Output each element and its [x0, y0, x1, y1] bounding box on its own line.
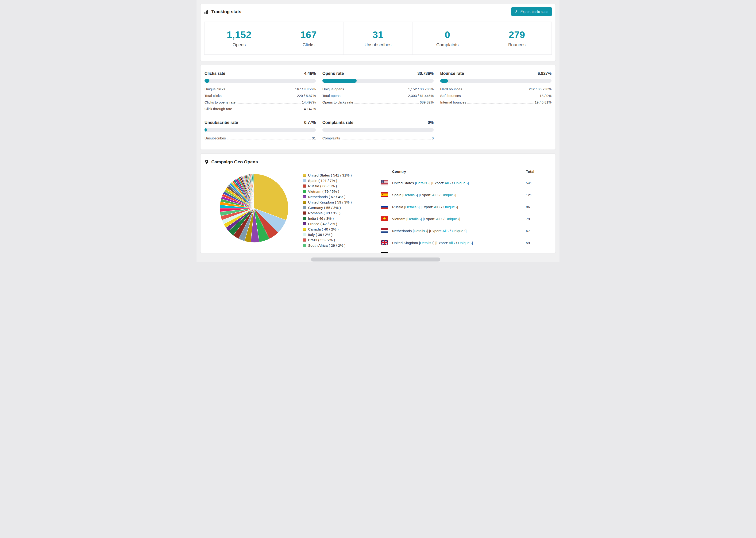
geo-table-row: United Kingdom [Details ›] [Export: All …: [379, 237, 552, 249]
stat-cell: 31Unsubscribes: [344, 22, 413, 54]
flag-cell: [379, 201, 390, 213]
export-all-link[interactable]: All ›: [436, 217, 443, 221]
country-cell: Russia [Details ›] [Export: All › / Uniq…: [390, 201, 524, 213]
rate-value: 0%: [428, 120, 434, 125]
export-unique-link[interactable]: Unique ›: [443, 205, 457, 209]
geo-opens-card: Campaign Geo Opens United States ( 541 /…: [200, 153, 556, 253]
details-link[interactable]: Details ›: [404, 193, 417, 197]
bar-chart-icon: [204, 9, 209, 14]
static-text: /: [451, 181, 454, 185]
country-cell: Spain [Details ›] [Export: All › / Uniqu…: [390, 189, 524, 201]
details-link[interactable]: Details ›: [414, 229, 427, 233]
stat-line: Unique opens1,152 / 30.736%: [322, 86, 434, 92]
stat-value: 1,152: [204, 29, 274, 40]
export-all-link[interactable]: All ›: [445, 181, 451, 185]
location-pin-icon: [205, 159, 209, 165]
export-unique-link[interactable]: Unique ›: [447, 253, 461, 253]
details-link[interactable]: Details ›: [420, 241, 433, 245]
static-text: ]: [461, 253, 462, 253]
rate-title: Unsubscribe rate: [204, 120, 238, 125]
static-text: /: [455, 241, 458, 245]
geo-table-row: United States [Details ›] [Export: All ›…: [379, 177, 552, 189]
static-text: ] [: [417, 193, 420, 197]
stat-line-label: Internal bounces: [440, 100, 466, 104]
stat-line-label: Click through rate: [204, 107, 232, 111]
dotted-leader: [345, 90, 407, 90]
rate-title: Opens rate: [322, 71, 344, 76]
export-unique-link[interactable]: Unique ›: [452, 229, 465, 233]
legend-item: Spain ( 121 / 7% ): [303, 178, 352, 183]
static-text: ]: [459, 217, 460, 221]
export-all-link[interactable]: All ›: [438, 253, 444, 253]
stat-line-label: Unique opens: [322, 87, 344, 91]
static-text: /: [442, 217, 445, 221]
tracking-stats-title: Tracking stats: [204, 9, 242, 14]
legend-item: Vietnam ( 79 / 5% ): [303, 189, 352, 194]
flag-cell: [379, 177, 390, 189]
export-all-link[interactable]: All ›: [449, 241, 455, 245]
stat-cell: 279Bounces: [482, 22, 552, 54]
export-unique-link[interactable]: Unique ›: [454, 181, 468, 185]
flag-ru-icon: [381, 204, 388, 209]
legend-label: Germany ( 55 / 3% ): [308, 206, 341, 210]
geo-pie-chart[interactable]: [219, 173, 289, 243]
stat-line-value: 0: [432, 136, 434, 140]
export-all-link[interactable]: All ›: [443, 229, 449, 233]
stat-line-value: 242 / 86.738%: [529, 87, 552, 91]
dotted-leader: [226, 90, 294, 90]
country-name: United States: [392, 181, 415, 185]
details-link[interactable]: Details ›: [409, 253, 422, 253]
static-text: /: [438, 193, 441, 197]
progress-bar-track: [322, 128, 434, 132]
country-cell: United Kingdom [Details ›] [Export: All …: [390, 237, 524, 249]
legend-label: Netherlands ( 67 / 4% ): [308, 195, 345, 199]
complaints-rate-head: Complaints rate0%: [322, 120, 434, 125]
stat-line: Total clicks220 / 5.87%: [204, 92, 316, 99]
stat-cell: 167Clicks: [274, 22, 344, 54]
legend-swatch: [303, 217, 306, 220]
legend-item: Germany ( 55 / 3% ): [303, 205, 352, 210]
country-cell: United States [Details ›] [Export: All ›…: [390, 177, 524, 189]
legend-item: Brazil ( 33 / 2% ): [303, 237, 352, 243]
static-text: /: [449, 229, 452, 233]
export-all-link[interactable]: All ›: [432, 193, 439, 197]
export-unique-link[interactable]: Unique ›: [445, 217, 459, 221]
static-text: Export:: [430, 229, 443, 233]
legend-swatch: [303, 185, 306, 188]
details-link[interactable]: Details ›: [405, 205, 419, 209]
legend-item: South Africa ( 29 / 2% ): [303, 243, 352, 248]
total-cell: 541: [524, 177, 552, 189]
stat-line-value: 4.147%: [304, 107, 316, 111]
opens-rate-box: Opens rate30.736%Unique opens1,152 / 30.…: [322, 71, 434, 112]
unsubscribe-rate-box: Unsubscribe rate0.77%Unsubscribes31: [204, 120, 316, 141]
horizontal-scrollbar[interactable]: [311, 257, 440, 261]
legend-swatch: [303, 228, 306, 231]
static-text: Export:: [425, 253, 438, 253]
stat-value: 167: [274, 29, 343, 40]
legend-swatch: [303, 233, 306, 236]
export-unique-link[interactable]: Unique ›: [441, 193, 455, 197]
flag-cell: [379, 213, 390, 225]
flag-es-icon: [381, 192, 388, 197]
stat-line-label: Clicks to opens rate: [204, 100, 236, 104]
details-link[interactable]: Details ›: [416, 181, 429, 185]
static-text: Export:: [420, 193, 432, 197]
flag-us-icon: [381, 180, 388, 186]
static-text: ]: [455, 193, 456, 197]
legend-label: Russia ( 86 / 5% ): [308, 184, 337, 188]
tracking-stats-card: Tracking stats Export basic stats 1,152O…: [200, 4, 556, 61]
export-all-link[interactable]: All ›: [434, 205, 440, 209]
geo-table-row: Spain [Details ›] [Export: All › / Uniqu…: [379, 189, 552, 201]
dotted-leader: [342, 97, 407, 97]
dotted-leader: [223, 97, 296, 97]
clicks-rate-box: Clicks rate4.46%Unique clicks167 / 4.456…: [204, 71, 316, 112]
rate-title: Clicks rate: [204, 71, 225, 76]
legend-swatch: [303, 244, 306, 247]
export-unique-link[interactable]: Unique ›: [458, 241, 472, 245]
geo-content: United States ( 541 / 31% )Spain ( 121 /…: [204, 166, 552, 253]
export-basic-stats-button[interactable]: Export basic stats: [512, 7, 552, 16]
details-link[interactable]: Details ›: [407, 217, 421, 221]
opens-rate-head: Opens rate30.736%: [322, 71, 434, 76]
tracking-stats-header: Tracking stats Export basic stats: [200, 4, 556, 16]
rates-card: Clicks rate4.46%Unique clicks167 / 4.456…: [200, 65, 556, 150]
